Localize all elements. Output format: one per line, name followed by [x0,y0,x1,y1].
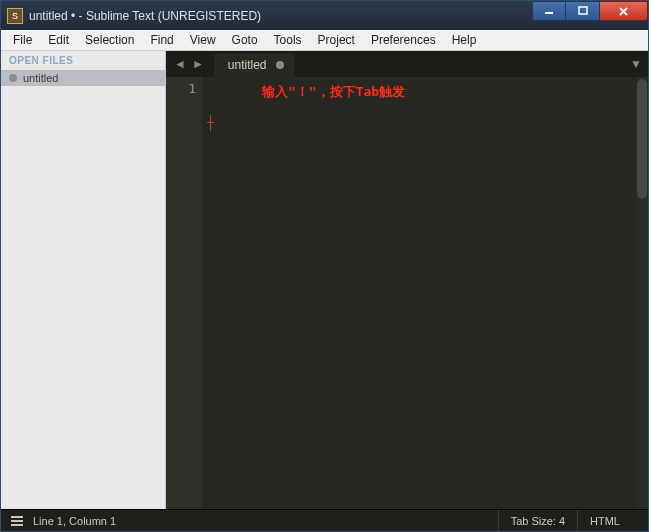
status-tab-size[interactable]: Tab Size: 4 [498,510,577,531]
tab-nav: ◄ ► [172,51,206,77]
menubar: File Edit Selection Find View Goto Tools… [1,30,648,51]
tab-next-icon[interactable]: ► [190,57,206,71]
status-syntax[interactable]: HTML [577,510,638,531]
menu-tools[interactable]: Tools [266,31,310,49]
menu-file[interactable]: File [5,31,40,49]
window-title: untitled • - Sublime Text (UNREGISTERED) [29,9,261,23]
editor-area: ◄ ► untitled ▼ 1 输入"！"，按下Tab触发 [166,51,648,509]
menu-goto[interactable]: Goto [224,31,266,49]
titlebar[interactable]: S untitled • - Sublime Text (UNREGISTERE… [1,1,648,30]
menu-preferences[interactable]: Preferences [363,31,444,49]
status-position[interactable]: Line 1, Column 1 [33,515,116,527]
hamburger-icon[interactable] [11,516,23,526]
sidebar-file-label: untitled [23,72,58,84]
menu-edit[interactable]: Edit [40,31,77,49]
svg-rect-1 [579,7,587,14]
body: OPEN FILES untitled ◄ ► untitled ▼ [1,51,648,509]
text-cursor-icon [210,115,211,131]
close-button[interactable] [600,1,648,21]
editor[interactable]: 1 输入"！"，按下Tab触发 [166,77,648,509]
app-icon: S [7,8,23,24]
app-window: S untitled • - Sublime Text (UNREGISTERE… [0,0,649,532]
sidebar-open-files-header: OPEN FILES [1,51,165,70]
menu-project[interactable]: Project [310,31,363,49]
scroll-thumb[interactable] [637,79,647,199]
maximize-button[interactable] [566,1,600,21]
tab-dropdown-icon[interactable]: ▼ [630,57,642,71]
gutter: 1 [166,77,202,509]
tabstrip: ◄ ► untitled ▼ [166,51,648,77]
window-controls [532,1,648,21]
menu-find[interactable]: Find [142,31,181,49]
tab-untitled[interactable]: untitled [214,53,295,77]
tab-label: untitled [228,58,267,72]
overlay-annotation: 输入"！"，按下Tab触发 [262,83,405,101]
tab-dirty-icon [276,61,284,69]
menu-help[interactable]: Help [444,31,485,49]
sidebar-file-item[interactable]: untitled [1,70,165,86]
code-area[interactable]: 输入"！"，按下Tab触发 [202,77,630,509]
statusbar: Line 1, Column 1 Tab Size: 4 HTML [1,509,648,531]
minimize-button[interactable] [532,1,566,21]
dirty-dot-icon [9,74,17,82]
menu-view[interactable]: View [182,31,224,49]
menu-selection[interactable]: Selection [77,31,142,49]
tab-prev-icon[interactable]: ◄ [172,57,188,71]
vertical-scrollbar[interactable] [636,77,648,509]
sidebar: OPEN FILES untitled [1,51,166,509]
gutter-line-number: 1 [166,81,196,96]
